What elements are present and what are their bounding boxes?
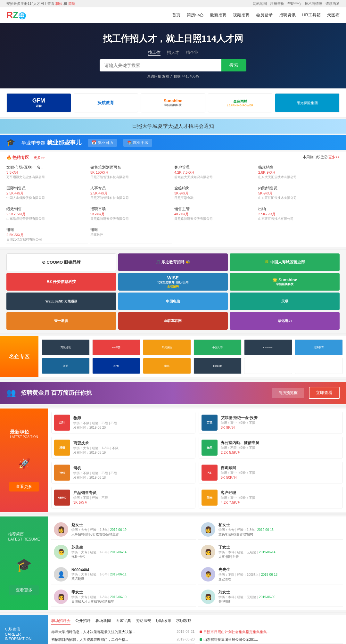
resume-card-7[interactable]: 👩 季女士 学历：大专 | 经验：1-3年 | 2019-06-10 日照招人才… [51,587,196,607]
banner-telecom[interactable]: 中国电信 [118,293,228,310]
jobs-more[interactable]: 更多>> [34,156,45,160]
job-item-4[interactable]: 临床销售 2.8K-9K/月 山东大天汇云技术有限公司 [258,163,340,181]
job-item-14[interactable]: 谢谢 乐高数控 [90,226,172,244]
famous-logo-1[interactable]: 万黑通讯 [42,339,90,355]
latest-view-more[interactable]: 查看更多 [9,482,39,491]
banner-kl[interactable]: 壹一教育 [6,312,116,330]
jobs-hot-more[interactable]: 更多>> [328,155,340,159]
career-tab-2[interactable]: 公开招聘 [75,618,91,625]
connect-link[interactable]: 请求沟通 [325,1,340,6]
job-card-1[interactable]: 红叶 教师 学历：不限 | 经验：不限 | 不限 发布时间：2019-06-20 [51,412,195,433]
famous-logo-11[interactable] [244,358,292,374]
company-logo-jinse[interactable]: 金色雨林 LEARNING POWER [208,93,273,112]
job-item-9[interactable]: 绩效销售 2.5K-15K/月 山东晶晶运营管理有限公司 [6,205,88,223]
nav-resume[interactable]: 简历中心 [187,12,203,18]
job-card-2[interactable]: 万黑 艾菲德·拒绝一金·投资 学历：高中 | 经验：不限 3K-9K/月 [199,412,343,433]
banner-huawei[interactable]: 华联车联网 [118,312,228,330]
banner-zgrs[interactable]: 🍀 中国人寿城区营业部 [230,253,340,271]
job-item-2[interactable]: 销售策划划师两名 5K-150K/月 日照万智管理科技有限公司 [90,163,172,181]
famous-logo-10[interactable]: HOLKE [194,358,242,374]
banner-leyu[interactable]: 🎵 乐之教育招聘 🐝 [118,253,228,271]
resume-view-more[interactable]: 查看更多 [9,585,39,595]
job-item-13[interactable]: 谢谢 2.5K-5K/月 日照25亿客招聘有限公司 [6,226,88,244]
job-item-1[interactable]: 文职·市场·互联·一名... 3-5K/月 万平通讯文化业务有限公司 [6,163,88,181]
resume-card-2[interactable]: 👩 柏女士 学历：大专 | 经验：1-3年 | 2019-06-16 文员/行政… [198,520,343,540]
banner-coomo[interactable]: ⊙ COOMO 眼镜品牌 [6,253,116,271]
banner-rz[interactable]: RZ 仟赞信息科技 [6,273,116,291]
grad-tag-procedure[interactable]: 📚 就业手续 [123,139,152,147]
resume-card-8[interactable]: 👩 刘女士 学历：本科 | 经验：无经验 | 2019-06-09 管理培训 [198,587,343,607]
career-item-r2[interactable]: 山东省科技集团当局公司公示201... [200,636,343,644]
resume-card-4[interactable]: 👩 丁女士 学历：本科 | 经验：无经验 | 2019-06-14 人事·招聘主… [198,542,343,562]
career-item-l1[interactable]: 赤峰大学招聘信息，人才决策都是最关注的重大决策... 2019-05-21 [51,628,195,636]
job-item-12[interactable]: 出纳 2.5K-5K/月 山东正汇云技术有限公司 [258,205,340,223]
famous-logo-12[interactable] [295,358,343,374]
recruit-button[interactable]: 立即查看 [309,387,340,399]
job-item-6[interactable]: 人事专员 2.5K-4K/月 日照万智管理科技有限公司 [90,184,172,202]
nav-video[interactable]: 视频招聘 [233,12,250,18]
nav-home[interactable]: 首页 [172,12,180,18]
famous-logo-7[interactable]: 沃航 [42,358,90,374]
resume-card-6[interactable]: 👨 先先生 学历：不限 | 经验：100以上 | 2019-06-13 企业管理 [198,565,343,584]
job-card-4[interactable]: 光星 办公室内勤、征信专员 学历：不限 | 经验：不限 2.2K-5.5K/月 [199,437,343,458]
job-item-8[interactable]: 内勤销售员 5K-9K/月 山东正江汇云技术有限公司 [258,184,340,202]
tab-company[interactable]: 精企业 [186,50,198,56]
tech-link[interactable]: 技术与情感 [305,1,322,6]
resume-card-5[interactable]: 👤 N0004404 学历：大专 | 经验：1-3年 | 2019-06-11 … [51,565,196,584]
nav-tiantu[interactable]: 天图布 [327,12,340,18]
famous-logo-2[interactable]: RZ仟赞 [92,339,140,355]
jobs-title: 热聘专区 [12,155,29,160]
resume-card-3[interactable]: 👨 苏先生 学历：大专 | 经验：1-5年 | 2019-06-14 拖拉·卡气 [51,542,196,562]
company-logo-sunshine[interactable]: Sunshine 华陆新興科技 [141,93,205,112]
job-item-11[interactable]: 销售主管 4K-9K/月 日照路特斯安控股有限公司 [174,205,256,223]
search-input[interactable] [100,59,221,71]
career-tab-6[interactable]: 职场政策 [156,618,171,625]
logo[interactable]: RZ🌐 [6,10,26,20]
resume-card-1[interactable]: 👩 赵女士 学历：大专 | 经验：1-3年 | 2019-06-19 人事招聘/… [51,520,196,540]
job-item-3[interactable]: 客户管理 4.2K-7.5K/月 前倾在大天成知识有限公司 [174,163,256,181]
famous-logo-3[interactable]: 阳光保险 [143,339,191,355]
banner-tianqi[interactable]: 天琪 [230,293,340,310]
career-tab-5[interactable]: 劳动法规 [136,618,151,625]
tab-recruit[interactable]: 招人才 [167,50,179,56]
grad-tag-calendar[interactable]: 📅 就业日历 [88,139,117,147]
famous-logo-5[interactable]: COOMO [244,339,292,355]
nav-login[interactable]: 会员登录 [256,12,273,18]
career-tab-7[interactable]: 求职攻略 [176,618,192,625]
career-tab-1[interactable]: 职场招聘会 [51,618,70,625]
banner-huayuan[interactable]: 华远电力 [230,312,340,330]
company-logo-wh[interactable]: 沃航教育 [74,93,138,112]
company-logo-gfm[interactable]: GFM 诚聘 [6,93,71,112]
banner-wise[interactable]: WISE 北京恒志教育日照分公司 全程招聘 [118,273,228,291]
job-card-8[interactable]: 阳光 客户经理 学历：高中 | 经验：不限 4.2K-7.5K/月 [199,487,343,508]
nav-latest[interactable]: 最新招聘 [210,12,227,18]
job-item-5[interactable]: 国际销售员 2.5K-4K/月 中国人寿保险股份有限公司 [6,184,88,202]
famous-logo-8[interactable]: GFM [92,358,140,374]
banner-wellsend[interactable]: WELLSEND 万黑通讯 [6,293,116,310]
job-item-7[interactable]: 全签约岗 3K-9K/月 日照宝彩金融 [174,184,256,202]
famous-logo-4[interactable]: 中国人寿 [194,339,242,355]
sitemap-link[interactable]: 网站地图 [253,1,267,6]
nav-news[interactable]: 招聘资讯 [279,12,296,18]
company-logo-yangguang[interactable]: 阳光保险集团 [275,93,340,112]
job-card-3[interactable]: 培德 商贸技术 学历：大专 | 经验：1-3年 | 不限 发布时间：2019-0… [51,437,195,458]
search-button[interactable]: 搜索 [221,59,246,71]
job-item-10[interactable]: 招聘市场 5K-8K/月 日照路特斯安控股有限公司 [90,205,172,223]
career-item-l2[interactable]: 初招聘目的招聘，人力资源管理部门，二点合格... 2019-05-20 [51,636,195,644]
career-tab-3[interactable]: 职场新闻 [95,618,111,625]
banner-sunshine2[interactable]: 🌟 Sunshine 华陆新興科技 [230,273,340,291]
job-salary-1: 3-5K/月 [6,170,88,175]
job-card-7[interactable]: ABMD 产品销售专员 学历：不限 | 经验：不限 3K-5K/月 [51,487,195,508]
job-card-5[interactable]: YHS 司机 学历：不限 | 经验：不限 | 不限 发布时间：2019-06-1… [51,462,195,483]
career-tab-4[interactable]: 面试宝典 [116,618,131,625]
famous-logo-9[interactable]: 电化 [143,358,191,374]
famous-logo-6[interactable]: 浩海教育 [295,339,343,355]
job-card-6[interactable]: RZ 咨询顾问 学历：高中 | 经验：不限 5K-50K/月 [199,462,343,483]
notice-banner[interactable]: 日照大学城夏季大型人才招聘会通知 [0,119,346,134]
career-item-r1[interactable]: 日照市日照山计划社会集集指定集集集集... [200,628,343,636]
career-col-left: 赤峰大学招聘信息，人才决策都是最关注的重大决策... 2019-05-21 初招… [51,628,195,644]
comment-link[interactable]: 注册评价 [270,1,284,6]
nav-hr[interactable]: HR工具箱 [302,12,321,18]
help-link[interactable]: 帮助中心 [287,1,301,6]
tab-find-job[interactable]: 找工作 [148,50,161,56]
